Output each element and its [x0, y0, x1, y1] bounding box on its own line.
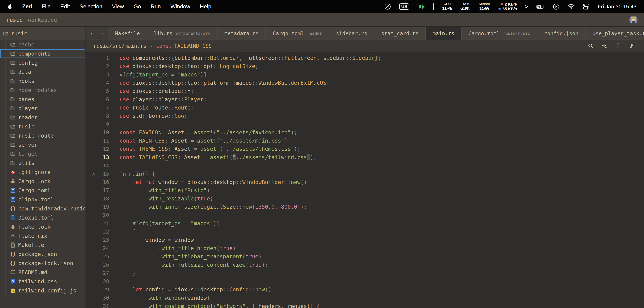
workspace-label[interactable]: workspace: [28, 17, 57, 23]
code-line-1[interactable]: 1use components::{bottombar::Bottombar, …: [86, 54, 644, 62]
tree-item-target[interactable]: target: [0, 149, 86, 158]
tree-item-dioxus-toml[interactable]: Dioxus.toml: [0, 213, 86, 222]
tree-item-player[interactable]: player: [0, 104, 86, 113]
code-line-17[interactable]: 17 .with_title("Rusic"): [86, 186, 644, 194]
network-stat[interactable]: 2 KB/s 35 KB/s: [498, 2, 517, 11]
code-line-28[interactable]: 28: [86, 277, 644, 286]
tree-item-reader[interactable]: reader: [0, 113, 86, 122]
code-line-24[interactable]: 24 .with_title_hidden(true): [86, 244, 644, 252]
tree-item-com-temidaradev-rusic-json[interactable]: {}com.temidaradev.rusic.json: [0, 204, 86, 213]
tree-item-makefile[interactable]: Makefile: [0, 240, 86, 250]
tab-cargo-toml[interactable]: Cargo.tomlreader: [266, 27, 329, 40]
code-line-6[interactable]: 6use player::player::Player;: [86, 95, 644, 103]
sensor-stat[interactable]: Sensor 15W: [479, 2, 490, 11]
control-center-icon[interactable]: [583, 3, 590, 10]
tree-item-cargo-toml[interactable]: Cargo.toml: [0, 186, 86, 195]
search-icon[interactable]: [588, 43, 594, 49]
tab-sidebar-rs[interactable]: sidebar.rs: [329, 27, 374, 40]
code-line-3[interactable]: 3#[cfg(target_os = "macos")]: [86, 71, 644, 79]
menu-item-window[interactable]: Window: [170, 3, 190, 10]
code-editor[interactable]: 1use components::{bottombar::Bottombar, …: [86, 52, 644, 308]
code-line-22[interactable]: 22 {: [86, 228, 644, 236]
tree-item-package-json[interactable]: {}package.json: [0, 250, 86, 259]
tree-item-node-modules[interactable]: node_modules: [0, 86, 86, 95]
code-line-14[interactable]: 14: [86, 161, 644, 170]
code-line-5[interactable]: 5use dioxus::prelude::*;: [86, 87, 644, 95]
code-line-8[interactable]: 8use std::borrow::Cow;: [86, 112, 644, 120]
tree-item-server[interactable]: server: [0, 140, 86, 149]
menu-item-help[interactable]: Help: [200, 3, 211, 10]
tree-item-flake-lock[interactable]: flake.lock: [0, 222, 86, 231]
rocket-menu-icon[interactable]: [384, 3, 391, 10]
tab-lib-rs[interactable]: lib.rscomponents/src: [147, 27, 218, 40]
tree-item-clippy-toml[interactable]: clippy.toml: [0, 195, 86, 204]
inline-assist-sparkle-icon[interactable]: [602, 43, 607, 49]
menu-item-run[interactable]: Run: [150, 3, 161, 10]
tab-config-json[interactable]: config.json: [537, 27, 586, 40]
play-menu-icon[interactable]: [553, 3, 560, 10]
code-line-29[interactable]: 29 let config = dioxus::desktop::Config:…: [86, 286, 644, 294]
code-line-13[interactable]: 13const TAILWIND_CSS: Asset = asset!("..…: [86, 153, 644, 161]
menu-item-file[interactable]: File: [42, 3, 51, 10]
menu-item-view[interactable]: View: [112, 3, 124, 10]
waveform-icon[interactable]: [418, 4, 425, 9]
wifi-icon[interactable]: [568, 4, 575, 9]
code-line-30[interactable]: 30 .with_window(window): [86, 294, 644, 302]
tree-item-cache[interactable]: cache: [0, 40, 86, 49]
tab-makefile[interactable]: Makefile: [108, 27, 147, 40]
code-line-4[interactable]: 4use dioxus::desktop::tao::platform::mac…: [86, 79, 644, 87]
code-line-2[interactable]: 2use dioxus::desktop::tao::dpi::LogicalS…: [86, 62, 644, 70]
input-source-badge[interactable]: US: [399, 3, 409, 10]
tab-metadata-rs[interactable]: metadata.rs: [218, 27, 266, 40]
tree-item-readme-md[interactable]: README.md: [0, 268, 86, 277]
tree-item-hooks[interactable]: hooks: [0, 76, 86, 86]
tree-item-rusic-route[interactable]: rusic_route: [0, 131, 86, 140]
code-line-10[interactable]: 10const FAVICON: Asset = asset!("../asse…: [86, 129, 644, 137]
nav-forward-button[interactable]: →: [100, 30, 103, 37]
tree-item--gitignore[interactable]: .gitignore: [0, 167, 86, 177]
code-line-20[interactable]: 20: [86, 211, 644, 219]
menu-item-selection[interactable]: Selection: [80, 3, 102, 10]
nav-back-button[interactable]: ←: [91, 30, 94, 37]
tree-item-rusic[interactable]: rusic: [0, 122, 86, 131]
apple-icon[interactable]: [8, 4, 12, 9]
tree-item-components[interactable]: components: [0, 49, 86, 58]
tree-item-cargo-lock[interactable]: Cargo.lock: [0, 177, 86, 186]
fold-arrow-icon[interactable]: ▷: [90, 172, 97, 176]
menu-item-zed[interactable]: Zed: [22, 3, 32, 10]
code-line-16[interactable]: 16 let mut window = dioxus::desktop::Win…: [86, 178, 644, 186]
tree-item-config[interactable]: config: [0, 58, 86, 67]
code-line-21[interactable]: 21 #[cfg(target_os = "macos")]: [86, 219, 644, 228]
chevron-right-icon[interactable]: >: [525, 3, 528, 10]
ram-stat[interactable]: RAM 63%: [460, 2, 470, 11]
tree-item-tailwind-css[interactable]: 3tailwind.css: [0, 277, 86, 286]
ibeam-cursor-icon[interactable]: [615, 43, 621, 49]
tree-item-pages[interactable]: pages: [0, 95, 86, 104]
code-line-18[interactable]: 18 .with_resizable(true): [86, 194, 644, 203]
tree-item-flake-nix[interactable]: ❄flake.nix: [0, 231, 86, 240]
menu-clock[interactable]: Fri Jan 30 15:43: [598, 3, 636, 10]
tree-item-tailwind-config-js[interactable]: JStailwind.config.js: [0, 286, 86, 295]
code-line-31[interactable]: 31 .with_custom_protocol("artwork", |_he…: [86, 302, 644, 308]
breadcrumb[interactable]: rusic/src/main.rs › const TAILWIND_CSS: [86, 40, 644, 52]
tree-item-utils[interactable]: utils: [0, 158, 86, 167]
code-line-7[interactable]: 7use rusic_route::Route;: [86, 104, 644, 112]
code-line-11[interactable]: 11const MAIN_CSS: Asset = asset!("../ass…: [86, 137, 644, 145]
code-line-27[interactable]: 27 }: [86, 269, 644, 277]
code-line-26[interactable]: 26 .with_fullsize_content_view(true);: [86, 261, 644, 269]
menu-item-go[interactable]: Go: [134, 3, 141, 10]
code-line-9[interactable]: 9: [86, 120, 644, 128]
code-line-23[interactable]: 23 window = window: [86, 236, 644, 244]
cpu-stat[interactable]: CPU 16%: [442, 2, 452, 11]
code-line-15[interactable]: ▷15fn main() {: [86, 170, 644, 178]
code-line-12[interactable]: 12const THEME_CSS: Asset = asset!("../as…: [86, 145, 644, 153]
project-name[interactable]: rusic: [6, 17, 22, 23]
code-line-25[interactable]: 25 .with_titlebar_transparent(true): [86, 252, 644, 261]
battery-icon[interactable]: [536, 4, 545, 9]
tree-item-package-lock-json[interactable]: {}package-lock.json: [0, 259, 86, 268]
tab-use-player-task-rs[interactable]: use_player_task.rs: [586, 27, 644, 40]
tab-main-rs[interactable]: main.rs: [426, 27, 462, 40]
editor-controls-sliders-icon[interactable]: [628, 43, 634, 49]
code-line-19[interactable]: 19 .with_inner_size(LogicalSize::new(135…: [86, 203, 644, 211]
breadcrumb-path[interactable]: rusic/src/main.rs: [94, 43, 146, 49]
